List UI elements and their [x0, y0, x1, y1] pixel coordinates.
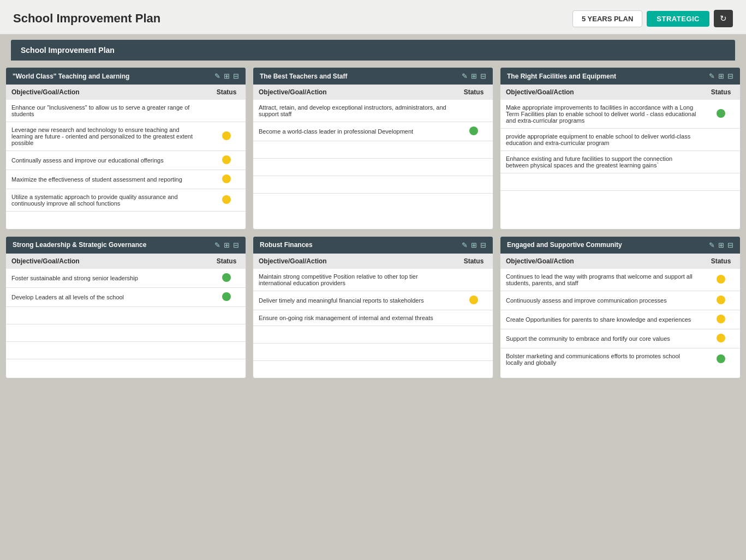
edit-icon-best-teachers[interactable]: ✎ — [462, 72, 468, 80]
col-objective-right-facilities: Objective/Goal/Action — [500, 85, 702, 100]
strategic-button[interactable]: STRATEGIC — [647, 11, 709, 27]
row-status-strong-leadership-2 — [207, 306, 246, 324]
row-status-right-facilities-2 — [702, 151, 740, 173]
row-text-right-facilities-1: provide appropriate equipment to enable … — [500, 129, 702, 151]
export-icon-strong-leadership[interactable]: ⊞ — [224, 241, 230, 249]
col-objective-engaged-community: Objective/Goal/Action — [500, 254, 702, 269]
row-text-right-facilities-2: Enhance existing and future facilities t… — [500, 151, 702, 173]
card-icons-robust-finances: ✎⊞⊟ — [462, 241, 486, 249]
card-title-right-facilities: The Right Facilities and Equipment — [507, 73, 616, 80]
edit-icon-world-class[interactable]: ✎ — [214, 72, 220, 80]
export-icon-engaged-community[interactable]: ⊞ — [718, 241, 724, 249]
card-table-best-teachers: Objective/Goal/ActionStatusAttract, reta… — [253, 85, 493, 211]
table-row: Continually assess and improve our educa… — [6, 151, 246, 170]
col-status-right-facilities: Status — [702, 85, 740, 100]
download-icon-best-teachers[interactable]: ⊟ — [480, 72, 486, 80]
table-row: Create Opportunities for parents to shar… — [500, 310, 740, 329]
row-text-best-teachers-5 — [253, 194, 455, 211]
row-text-world-class-4: Utilize a systematic approach to provide… — [6, 189, 207, 212]
row-status-best-teachers-1 — [455, 122, 493, 141]
plan-card-engaged-community: Engaged and Supportive Community✎⊞⊟Objec… — [500, 236, 741, 379]
col-objective-strong-leadership: Objective/Goal/Action — [6, 254, 207, 269]
table-row — [253, 176, 493, 194]
row-text-best-teachers-1: Become a world-class leader in professio… — [253, 122, 455, 141]
row-status-best-teachers-2 — [455, 141, 493, 159]
download-icon-strong-leadership[interactable]: ⊟ — [233, 241, 239, 249]
card-header-robust-finances: Robust Finances✎⊞⊟ — [253, 237, 493, 254]
download-icon-world-class[interactable]: ⊟ — [233, 72, 239, 80]
col-objective-robust-finances: Objective/Goal/Action — [253, 254, 455, 269]
export-icon-best-teachers[interactable]: ⊞ — [471, 72, 477, 80]
col-status-world-class: Status — [207, 85, 246, 100]
table-row — [6, 212, 246, 229]
row-status-right-facilities-1 — [702, 129, 740, 151]
download-icon-engaged-community[interactable]: ⊟ — [727, 241, 733, 249]
row-status-engaged-community-0 — [702, 269, 740, 291]
table-row — [253, 326, 493, 343]
row-text-engaged-community-2: Create Opportunities for parents to shar… — [500, 310, 702, 329]
row-text-robust-finances-2: Ensure on-going risk management of inter… — [253, 310, 455, 326]
years-plan-button[interactable]: 5 YEARS PLAN — [572, 10, 642, 27]
col-status-robust-finances: Status — [455, 254, 493, 269]
row-status-world-class-4 — [207, 189, 246, 212]
card-icons-best-teachers: ✎⊞⊟ — [462, 72, 486, 80]
plan-card-world-class: "World Class" Teaching and Learning✎⊞⊟Ob… — [5, 67, 246, 230]
row-text-right-facilities-0: Make appropriate improvements to facilit… — [500, 100, 702, 129]
status-dot-green — [469, 127, 478, 135]
row-status-strong-leadership-3 — [207, 324, 246, 341]
card-icons-world-class: ✎⊞⊟ — [214, 72, 239, 80]
download-icon-robust-finances[interactable]: ⊟ — [480, 241, 486, 249]
row-text-robust-finances-3 — [253, 326, 455, 343]
card-header-engaged-community: Engaged and Supportive Community✎⊞⊟ — [500, 237, 740, 254]
table-row — [253, 141, 493, 159]
card-table-strong-leadership: Objective/Goal/ActionStatusFoster sustai… — [6, 254, 246, 377]
row-status-robust-finances-0 — [455, 269, 493, 291]
row-text-best-teachers-2 — [253, 141, 455, 159]
edit-icon-right-facilities[interactable]: ✎ — [709, 72, 715, 80]
export-icon-right-facilities[interactable]: ⊞ — [718, 72, 724, 80]
top-bar-right: 5 YEARS PLAN STRATEGIC ↻ — [572, 10, 733, 27]
col-status-engaged-community: Status — [702, 254, 740, 269]
export-icon-robust-finances[interactable]: ⊞ — [471, 241, 477, 249]
status-dot-yellow — [222, 131, 231, 140]
table-row: Make appropriate improvements to facilit… — [500, 100, 740, 129]
status-dot-green — [222, 292, 231, 301]
row-text-strong-leadership-5 — [6, 359, 207, 376]
row-status-right-facilities-0 — [702, 100, 740, 129]
refresh-button[interactable]: ↻ — [714, 10, 733, 27]
card-table-world-class: Objective/Goal/ActionStatusEnhance our "… — [6, 85, 246, 229]
export-icon-world-class[interactable]: ⊞ — [224, 72, 230, 80]
edit-icon-strong-leadership[interactable]: ✎ — [214, 241, 220, 249]
col-status-strong-leadership: Status — [207, 254, 246, 269]
row-status-best-teachers-0 — [455, 100, 493, 122]
col-objective-best-teachers: Objective/Goal/Action — [253, 85, 455, 100]
status-dot-yellow — [222, 155, 231, 164]
card-title-world-class: "World Class" Teaching and Learning — [13, 73, 129, 80]
row-text-strong-leadership-4 — [6, 341, 207, 359]
edit-icon-engaged-community[interactable]: ✎ — [709, 241, 715, 249]
status-dot-yellow — [469, 296, 478, 304]
plan-grid: "World Class" Teaching and Learning✎⊞⊟Ob… — [5, 67, 741, 378]
row-text-world-class-0: Enhance our "inclusiveness" to allow us … — [6, 100, 207, 122]
row-status-robust-finances-1 — [455, 291, 493, 310]
section-header-title: School Improvement Plan — [21, 46, 115, 55]
main-content: School Improvement Plan "World Class" Te… — [0, 34, 746, 384]
card-title-engaged-community: Engaged and Supportive Community — [507, 241, 622, 249]
card-icons-right-facilities: ✎⊞⊟ — [709, 72, 733, 80]
row-status-right-facilities-4 — [702, 191, 740, 208]
status-dot-yellow — [222, 195, 231, 204]
col-objective-world-class: Objective/Goal/Action — [6, 85, 207, 100]
section-header-bar: School Improvement Plan — [11, 40, 735, 61]
refresh-icon: ↻ — [720, 14, 727, 23]
row-status-robust-finances-3 — [455, 326, 493, 343]
row-status-engaged-community-1 — [702, 291, 740, 310]
row-text-engaged-community-1: Continuously assess and improve communic… — [500, 291, 702, 310]
download-icon-right-facilities[interactable]: ⊟ — [727, 72, 733, 80]
status-dot-yellow — [717, 315, 725, 323]
edit-icon-robust-finances[interactable]: ✎ — [462, 241, 468, 249]
table-row: Continues to lead the way with programs … — [500, 269, 740, 291]
status-dot-yellow — [222, 174, 231, 183]
row-text-world-class-3: Maximize the effectiveness of student as… — [6, 170, 207, 189]
card-title-robust-finances: Robust Finances — [260, 241, 313, 249]
card-table-robust-finances: Objective/Goal/ActionStatusMaintain stro… — [253, 254, 493, 378]
